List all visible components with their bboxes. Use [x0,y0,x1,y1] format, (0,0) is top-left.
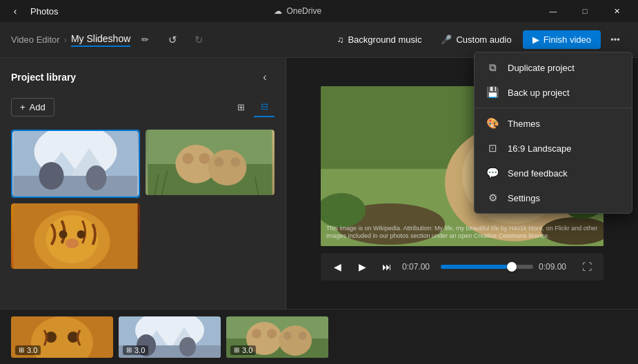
background-music-button[interactable]: ♫ Background music [329,30,430,49]
add-icon: + [20,102,26,112]
next-frame-button[interactable]: ⏭ [377,257,397,276]
breadcrumb-separator: › [64,34,67,45]
title-bar-left: ‹ Photos [6,1,58,21]
music-icon: ♫ [337,34,344,45]
media-thumb-wolves[interactable] [11,130,140,198]
background-music-label: Background music [348,34,421,45]
feedback-label: Send feedback [508,168,568,179]
undo-icon: ↺ [168,34,177,46]
view-small-icon: ⊟ [261,101,268,112]
title-bar-right: — □ ✕ [537,0,632,22]
tiger-svg [11,203,140,269]
timeline-item-cubs[interactable]: ⊞ 3.0 [226,316,328,358]
duplicate-label: Duplicate project [508,63,575,73]
progress-thumb[interactable] [507,262,517,272]
dropdown-menu: ⧉ Duplicate project 💾 Back up project 🎨 … [474,52,632,214]
duplicate-icon: ⧉ [486,61,499,74]
svg-point-11 [199,153,210,164]
more-options-button[interactable]: ••• [604,28,627,52]
fullscreen-button[interactable]: ⛶ [577,257,597,276]
add-media-button[interactable]: + Add [11,98,54,117]
add-label: Add [30,102,46,112]
video-caption: This image is on Wikipedia. Attribution:… [326,225,598,241]
back-button[interactable]: ‹ [6,1,25,21]
progress-bar[interactable] [441,265,533,269]
onedrive-label: OneDrive [286,6,321,16]
view-large-button[interactable]: ⊞ [230,97,251,117]
next-frame-icon: ⏭ [382,261,392,272]
tl-cubs-icon: ⊞ [234,346,239,354]
svg-point-55 [299,332,307,340]
svg-point-13 [215,157,224,167]
svg-point-22 [77,230,86,239]
settings-label: Settings [508,193,540,203]
view-small-button[interactable]: ⊟ [254,97,275,117]
menu-divider [475,108,632,108]
finish-icon: ▶ [532,34,539,45]
cloud-icon: ☁ [274,6,282,16]
redo-icon: ↻ [195,34,203,46]
play-button[interactable]: ▶ [352,257,372,276]
toolbar-left: Video Editor › My Slideshow ✏ [11,30,155,50]
undo-redo-group: ↺ ↻ [161,28,210,52]
timeline-item-wolves[interactable]: ⊞ 3.0 [119,316,221,358]
custom-audio-label: Custom audio [456,34,511,45]
finish-video-button[interactable]: ▶ Finish video [523,30,601,49]
undo-button[interactable]: ↺ [161,28,184,52]
timeline-cubs-label: ⊞ 3.0 [230,345,256,355]
media-thumb-cubs[interactable] [146,130,275,198]
svg-point-47 [179,337,196,356]
timeline-item-tiger[interactable]: ⊞ 3.0 [11,316,113,358]
timeline-tiger-label: ⊞ 3.0 [15,345,41,355]
redo-button[interactable]: ↻ [187,28,210,52]
backup-icon: 💾 [486,86,499,99]
maximize-button[interactable]: □ [569,0,601,22]
close-button[interactable]: ✕ [601,0,632,22]
title-bar-center: ☁ OneDrive [58,6,537,16]
feedback-icon: 💬 [486,167,499,179]
edit-name-button[interactable]: ✏ [134,30,155,50]
themes-label: Themes [508,119,540,129]
menu-item-backup[interactable]: 💾 Back up project [475,80,632,105]
svg-point-12 [208,150,247,185]
tl-tiger-duration: 3.0 [27,346,37,354]
svg-point-54 [283,332,292,340]
menu-item-settings[interactable]: ⚙ Settings [475,185,632,210]
menu-item-landscape[interactable]: ⊡ 16:9 Landscape [475,136,632,161]
more-icon: ••• [610,34,620,45]
svg-point-10 [183,153,194,164]
timeline-strip: ⊞ 3.0 ⊞ 3.0 [0,309,638,364]
total-time: 0:09.00 [539,262,572,272]
fullscreen-icon: ⛶ [582,261,592,272]
settings-icon: ⚙ [486,192,499,204]
tl-wolves-icon: ⊞ [126,346,132,354]
breadcrumb-parent[interactable]: Video Editor [11,34,60,45]
tl-cubs-duration: 3.0 [242,346,252,354]
backup-label: Back up project [508,88,570,98]
minimize-button[interactable]: — [537,0,569,22]
rewind-icon: ◀ [334,261,341,272]
svg-rect-4 [14,176,138,196]
breadcrumb: Video Editor › [11,34,67,45]
rewind-button[interactable]: ◀ [328,257,347,276]
menu-item-themes[interactable]: 🎨 Themes [475,111,632,136]
svg-point-23 [66,239,79,248]
project-name[interactable]: My Slideshow [71,33,130,47]
custom-audio-button[interactable]: 🎤 Custom audio [432,30,519,49]
cubs-svg [146,130,275,195]
menu-item-feedback[interactable]: 💬 Send feedback [475,161,632,185]
timeline-wolves-label: ⊞ 3.0 [123,345,148,355]
sidebar: Project library ‹ + Add ⊞ ⊟ [0,58,286,309]
pencil-icon: ✏ [141,34,149,45]
wolves-thumbnail [12,131,139,196]
menu-item-duplicate[interactable]: ⧉ Duplicate project [475,55,632,80]
play-icon: ▶ [359,261,366,272]
svg-point-5 [39,162,64,190]
sidebar-toolbar: + Add ⊞ ⊟ [0,94,286,124]
media-thumb-tiger[interactable] [11,203,140,269]
cubs-thumbnail [146,130,275,195]
toolbar-actions: ♫ Background music 🎤 Custom audio ▶ Fini… [329,28,627,52]
collapse-sidebar-button[interactable]: ‹ [255,68,275,87]
themes-icon: 🎨 [486,117,499,130]
landscape-icon: ⊡ [486,142,499,154]
